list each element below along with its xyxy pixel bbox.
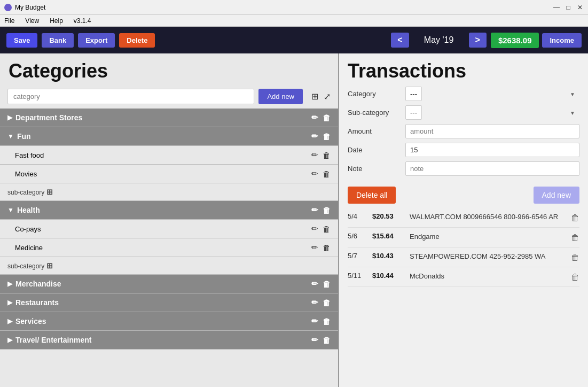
edit-icon[interactable]: ✏ (311, 150, 318, 160)
category-name: Health (17, 206, 311, 214)
main-layout: Categories Add new ⊞ ⤢ ▶ Department Stor… (0, 53, 588, 387)
expand-icon[interactable]: ⤢ (324, 91, 331, 102)
collapse-arrow: ▶ (7, 336, 12, 344)
note-label: Note (348, 165, 401, 173)
category-select[interactable]: --- (405, 87, 422, 101)
delete-icon[interactable]: 🗑 (323, 336, 331, 345)
date-label: Date (348, 146, 401, 154)
transaction-date: 5/7 (348, 252, 367, 260)
delete-transaction-icon[interactable]: 🗑 (571, 273, 579, 282)
bank-button[interactable]: Bank (42, 33, 74, 48)
delete-icon[interactable]: 🗑 (323, 169, 331, 179)
delete-icon[interactable]: 🗑 (323, 317, 331, 326)
transaction-date: 5/6 (348, 232, 367, 240)
add-subcategory-row[interactable]: sub-category ⊞ (0, 257, 338, 275)
list-item[interactable]: ▼ Health ✏ 🗑 (0, 201, 338, 220)
note-input[interactable] (405, 161, 579, 176)
list-item[interactable]: Fast food ✏ 🗑 (0, 146, 338, 165)
close-button[interactable]: ✕ (576, 4, 584, 11)
list-item[interactable]: ▶ Restaurants ✏ 🗑 (0, 293, 338, 312)
export-button[interactable]: Export (78, 33, 115, 48)
table-row[interactable]: 5/11 $10.44 McDonalds 🗑 (348, 267, 579, 287)
list-item[interactable]: ▶ Travel/ Entertainment ✏ 🗑 (0, 331, 338, 350)
delete-icon[interactable]: 🗑 (323, 280, 331, 289)
date-input[interactable] (405, 143, 579, 157)
add-subcategory-row[interactable]: sub-category ⊞ (0, 183, 338, 201)
transaction-amount: $15.64 (372, 232, 404, 240)
edit-icon[interactable]: ✏ (311, 169, 318, 179)
list-item[interactable]: ▶ Merchandise ✏ 🗑 (0, 275, 338, 293)
toolbar: Save Bank Export Delete < May '19 > $263… (0, 27, 588, 53)
edit-icon[interactable]: ✏ (311, 113, 318, 122)
date-row: Date (348, 143, 579, 157)
delete-icon[interactable]: 🗑 (323, 113, 331, 122)
add-transaction-button[interactable]: Add new (534, 187, 579, 204)
edit-icon[interactable]: ✏ (311, 316, 318, 326)
list-item[interactable]: ▼ Fun ✏ 🗑 (0, 127, 338, 146)
minimize-button[interactable]: — (553, 4, 560, 11)
collapse-arrow: ▶ (7, 318, 12, 325)
category-search-input[interactable] (7, 89, 254, 104)
category-actions: ✏ 🗑 (311, 169, 331, 179)
window-controls[interactable]: — □ ✕ (553, 4, 584, 11)
menu-file[interactable]: File (2, 16, 17, 26)
delete-icon[interactable]: 🗑 (323, 206, 331, 215)
delete-all-button[interactable]: Delete all (348, 187, 396, 204)
edit-icon[interactable]: ✏ (311, 224, 318, 234)
edit-icon[interactable]: ✏ (311, 243, 318, 252)
transaction-description: WALMART.COM 8009666546 800-966-6546 AR (410, 212, 566, 222)
transaction-amount: $10.43 (372, 252, 404, 260)
subcategory-name: Medicine (15, 244, 311, 252)
transaction-actions: Delete all Add new (339, 184, 588, 208)
list-item[interactable]: ▶ Services ✏ 🗑 (0, 312, 338, 331)
category-name: Services (15, 317, 311, 326)
table-row[interactable]: 5/7 $10.43 STEAMPOWERED.COM 425-952-2985… (348, 247, 579, 267)
subcategory-row: Sub-category --- (348, 105, 579, 120)
add-category-button[interactable]: Add new (258, 89, 303, 104)
list-item[interactable]: Movies ✏ 🗑 (0, 165, 338, 183)
categories-title: Categories (0, 53, 338, 87)
list-item[interactable]: Medicine ✏ 🗑 (0, 238, 338, 257)
delete-icon[interactable]: 🗑 (323, 151, 331, 160)
categories-panel: Categories Add new ⊞ ⤢ ▶ Department Stor… (0, 53, 339, 387)
app-icon (4, 4, 12, 11)
table-row[interactable]: 5/4 $20.53 WALMART.COM 8009666546 800-96… (348, 208, 579, 228)
subcategory-select[interactable]: --- (405, 105, 422, 120)
save-button[interactable]: Save (6, 33, 37, 48)
category-actions: ✏ 🗑 (311, 205, 331, 215)
edit-icon[interactable]: ✏ (311, 131, 318, 141)
subcategory-name: Fast food (15, 151, 311, 159)
grid-icon[interactable]: ⊞ (311, 91, 318, 102)
maximize-button[interactable]: □ (565, 4, 572, 11)
list-item[interactable]: Co-pays ✏ 🗑 (0, 220, 338, 238)
delete-transaction-icon[interactable]: 🗑 (571, 253, 579, 262)
delete-icon[interactable]: 🗑 (323, 243, 331, 252)
category-actions: ✏ 🗑 (311, 298, 331, 307)
current-month: May '19 (412, 35, 466, 45)
income-button[interactable]: Income (542, 33, 582, 48)
collapse-arrow: ▶ (7, 299, 12, 306)
list-item[interactable]: ▶ Department Stores ✏ 🗑 (0, 109, 338, 127)
edit-icon[interactable]: ✏ (311, 205, 318, 215)
prev-month-button[interactable]: < (391, 33, 409, 48)
delete-icon[interactable]: 🗑 (323, 298, 331, 307)
delete-icon[interactable]: 🗑 (323, 225, 331, 234)
category-select-wrapper: --- (405, 87, 579, 101)
category-name: Travel/ Entertainment (15, 336, 311, 344)
edit-icon[interactable]: ✏ (311, 279, 318, 289)
table-row[interactable]: 5/6 $15.64 Endgame 🗑 (348, 228, 579, 247)
delete-transaction-icon[interactable]: 🗑 (571, 233, 579, 243)
edit-icon[interactable]: ✏ (311, 298, 318, 307)
next-month-button[interactable]: > (469, 33, 487, 48)
amount-input[interactable] (405, 124, 579, 138)
menu-help[interactable]: Help (48, 16, 65, 26)
delete-transaction-icon[interactable]: 🗑 (571, 213, 579, 223)
transaction-amount: $20.53 (372, 212, 404, 220)
menu-view[interactable]: View (23, 16, 41, 26)
delete-icon[interactable]: 🗑 (323, 132, 331, 141)
delete-button[interactable]: Delete (119, 33, 155, 48)
edit-icon[interactable]: ✏ (311, 335, 318, 345)
collapse-arrow: ▶ (7, 280, 12, 288)
total-amount-button[interactable]: $2638.09 (491, 33, 539, 48)
menu-bar: File View Help v3.1.4 (0, 15, 588, 27)
